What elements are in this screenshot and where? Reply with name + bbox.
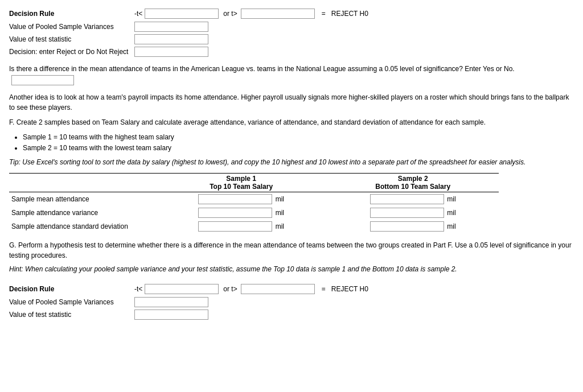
minus-t-bottom-label: -t< [134,285,142,293]
variance-s2-input[interactable] [370,208,444,218]
decision-rule-left-input-top[interactable] [145,9,219,19]
decision-enter-input-top[interactable] [134,47,208,57]
equals-bottom-label: = [322,285,326,293]
decision-rule-right-input-bottom[interactable] [241,284,315,294]
col-header-sample2: Sample 2 Bottom 10 Team Salary [327,174,499,192]
stddev-s1-input[interactable] [198,221,272,232]
decision-rule-left-input-bottom[interactable] [145,284,219,294]
reject-h0-bottom-label: REJECT H0 [331,285,368,293]
tip-text: Tip: Use Excel's sorting tool to sort th… [9,158,574,166]
variance-s2-mil: mil [447,209,455,217]
stddev-s1-mil: mil [276,222,284,230]
row-label-variance: Sample attendance variance [9,206,155,220]
mean-s2-cell: mil [327,192,499,207]
minus-t-top-label: -t< [134,10,142,18]
variance-s1-input[interactable] [198,208,272,218]
col-header-sample1: Sample 1 Top 10 Team Salary [155,174,327,192]
value-pooled-top-label: Value of Pooled Sample Variances [9,23,114,31]
part-g-hint: Hint: When calculating your pooled sampl… [9,265,574,273]
or-t-top-label: or t> [223,10,237,18]
stddev-s2-input[interactable] [370,221,444,232]
decision-enter-top-label: Decision: enter Reject or Do Not Reject [9,48,128,56]
variance-s1-mil: mil [276,209,284,217]
table-row: Sample attendance variance mil mil [9,206,499,220]
variance-s2-cell: mil [327,206,499,220]
table-row: Sample attendance standard deviation mil… [9,220,499,233]
table-row: Sample mean attendance mil mil [9,192,499,207]
stddev-s2-cell: mil [327,220,499,233]
value-pooled-bottom-label: Value of Pooled Sample Variances [9,298,114,306]
value-pooled-input-top[interactable] [134,22,208,32]
or-t-bottom-label: or t> [223,285,237,293]
part-f-label: F. Create 2 samples based on Team Salary… [9,117,574,127]
part-f-intro-text: Another idea is to look at how a team's … [9,92,574,113]
mean-s1-mil: mil [276,195,284,203]
yes-no-input[interactable] [11,75,74,85]
value-test-top-label: Value of test statistic [9,35,71,43]
stddev-s1-cell: mil [155,220,327,233]
value-test-input-bottom[interactable] [134,310,208,320]
equals-top-label: = [322,10,326,18]
mean-s1-cell: mil [155,192,327,207]
mean-s2-mil: mil [447,195,455,203]
part-f-bullets: Sample 1 = 10 teams with the highest tea… [23,132,574,154]
row-label-stddev: Sample attendance standard deviation [9,220,155,233]
value-pooled-input-bottom[interactable] [134,297,208,307]
variance-s1-cell: mil [155,206,327,220]
value-test-bottom-label: Value of test statistic [9,311,71,319]
decision-rule-right-input-top[interactable] [241,9,315,19]
decision-rule-top-label: Decision Rule [9,10,54,18]
table-header-row: Sample 1 Top 10 Team Salary Sample 2 Bot… [9,174,499,192]
decision-rule-bottom-label: Decision Rule [9,285,54,293]
question-text: Is there a difference in the mean attend… [9,65,515,73]
reject-h0-top-label: REJECT H0 [331,10,368,18]
row-label-mean: Sample mean attendance [9,192,155,207]
samples-table: Sample 1 Top 10 Team Salary Sample 2 Bot… [9,173,499,233]
col-header-label [9,174,155,192]
bullet-sample1: Sample 1 = 10 teams with the highest tea… [23,132,574,143]
stddev-s2-mil: mil [447,222,455,230]
bullet-sample2: Sample 2 = 10 teams with the lowest team… [23,143,574,154]
part-g-text: G. Perform a hypothesis test to determin… [9,240,574,261]
value-test-input-top[interactable] [134,34,208,44]
mean-s1-input[interactable] [198,194,272,204]
mean-s2-input[interactable] [370,194,444,204]
